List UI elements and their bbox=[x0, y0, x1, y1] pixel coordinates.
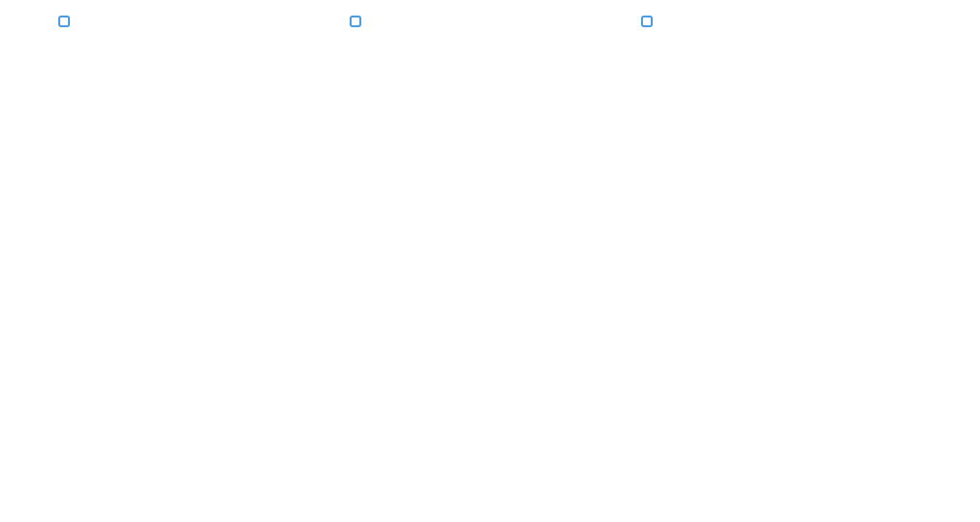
variant-2-container bbox=[350, 16, 361, 27]
variant-3-container bbox=[641, 16, 653, 27]
page-variant-3 bbox=[641, 10, 653, 27]
page-variant-2 bbox=[350, 10, 361, 27]
variant-1-container bbox=[58, 16, 70, 27]
page-variant-1 bbox=[58, 10, 70, 27]
